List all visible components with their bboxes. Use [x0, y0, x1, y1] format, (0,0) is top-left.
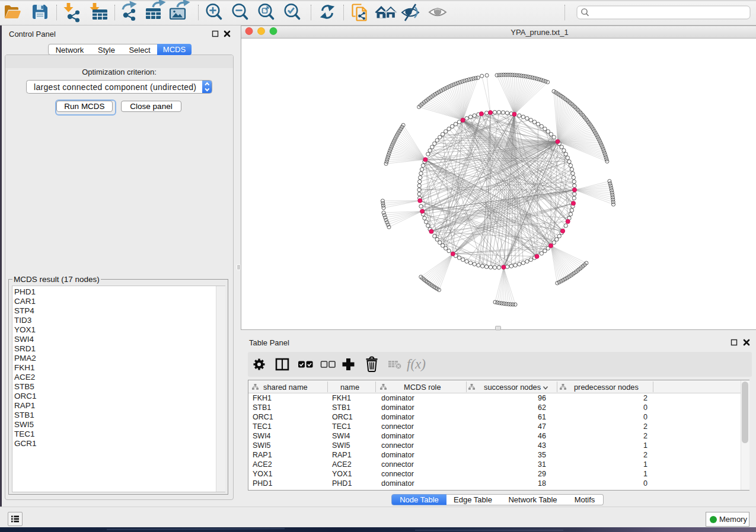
svg-text:f(x): f(x) — [407, 357, 426, 371]
